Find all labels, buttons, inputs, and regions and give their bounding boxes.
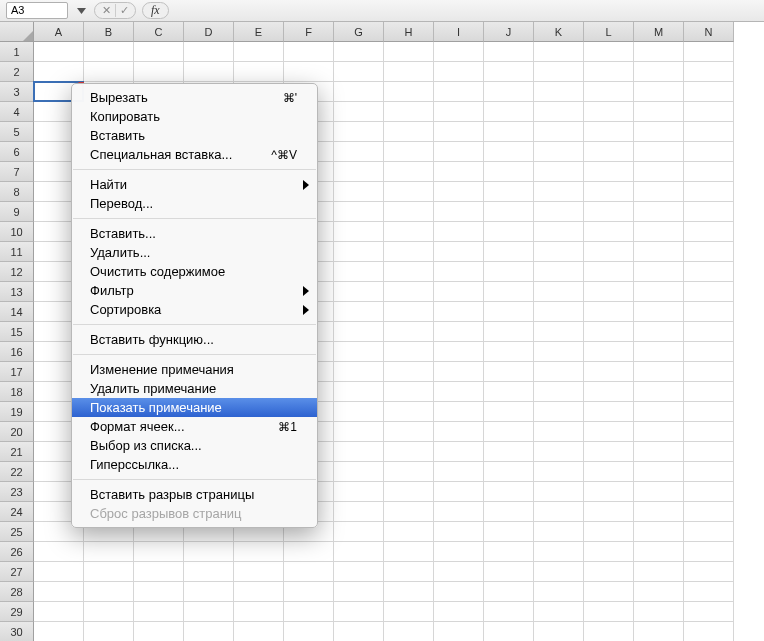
column-header[interactable]: D <box>184 22 234 42</box>
cell[interactable] <box>634 582 684 602</box>
cell[interactable] <box>634 622 684 641</box>
cell[interactable] <box>434 342 484 362</box>
cell[interactable] <box>434 302 484 322</box>
cell[interactable] <box>434 222 484 242</box>
row-header[interactable]: 24 <box>0 502 34 522</box>
cell[interactable] <box>534 562 584 582</box>
row-header[interactable]: 30 <box>0 622 34 641</box>
cell[interactable] <box>684 322 734 342</box>
cell[interactable] <box>384 302 434 322</box>
cell[interactable] <box>634 102 684 122</box>
cell[interactable] <box>384 122 434 142</box>
cell[interactable] <box>684 42 734 62</box>
cell[interactable] <box>684 202 734 222</box>
cell[interactable] <box>334 162 384 182</box>
menu-item[interactable]: Удалить... <box>72 243 317 262</box>
cell[interactable] <box>534 142 584 162</box>
accept-icon[interactable]: ✓ <box>115 4 133 17</box>
cell[interactable] <box>384 222 434 242</box>
column-header[interactable]: K <box>534 22 584 42</box>
cell[interactable] <box>584 282 634 302</box>
row-header[interactable]: 13 <box>0 282 34 302</box>
column-header[interactable]: N <box>684 22 734 42</box>
cell[interactable] <box>484 162 534 182</box>
cell[interactable] <box>334 422 384 442</box>
cell[interactable] <box>684 82 734 102</box>
cell[interactable] <box>334 342 384 362</box>
cell[interactable] <box>534 82 584 102</box>
cell[interactable] <box>334 622 384 641</box>
cell[interactable] <box>434 502 484 522</box>
cell[interactable] <box>384 182 434 202</box>
cell[interactable] <box>434 602 484 622</box>
cell[interactable] <box>534 102 584 122</box>
cell[interactable] <box>534 262 584 282</box>
cell[interactable] <box>534 422 584 442</box>
cell[interactable] <box>334 42 384 62</box>
cell[interactable] <box>184 622 234 641</box>
cell[interactable] <box>684 442 734 462</box>
cell[interactable] <box>534 502 584 522</box>
cell[interactable] <box>84 582 134 602</box>
row-header[interactable]: 23 <box>0 482 34 502</box>
cell[interactable] <box>384 402 434 422</box>
cell[interactable] <box>534 202 584 222</box>
cell[interactable] <box>584 522 634 542</box>
row-header[interactable]: 3 <box>0 82 34 102</box>
cell[interactable] <box>334 82 384 102</box>
cell[interactable] <box>634 542 684 562</box>
cell[interactable] <box>484 242 534 262</box>
cell[interactable] <box>584 382 634 402</box>
cell[interactable] <box>384 602 434 622</box>
cell[interactable] <box>434 42 484 62</box>
cell[interactable] <box>484 622 534 641</box>
cell[interactable] <box>634 222 684 242</box>
cell[interactable] <box>284 562 334 582</box>
cell[interactable] <box>634 502 684 522</box>
cell[interactable] <box>484 362 534 382</box>
cell[interactable] <box>384 542 434 562</box>
cell[interactable] <box>534 382 584 402</box>
cell[interactable] <box>534 402 584 422</box>
cell[interactable] <box>184 582 234 602</box>
column-header[interactable]: F <box>284 22 334 42</box>
cell[interactable] <box>534 442 584 462</box>
cell[interactable] <box>334 482 384 502</box>
cell[interactable] <box>634 162 684 182</box>
cell[interactable] <box>434 582 484 602</box>
cell[interactable] <box>384 382 434 402</box>
cell[interactable] <box>334 382 384 402</box>
cell[interactable] <box>484 202 534 222</box>
cell[interactable] <box>684 242 734 262</box>
cell[interactable] <box>334 242 384 262</box>
cell[interactable] <box>284 582 334 602</box>
cell[interactable] <box>534 282 584 302</box>
cell[interactable] <box>534 42 584 62</box>
cell[interactable] <box>584 202 634 222</box>
cell[interactable] <box>634 302 684 322</box>
cell[interactable] <box>534 162 584 182</box>
cell[interactable] <box>684 462 734 482</box>
cell[interactable] <box>684 302 734 322</box>
cell[interactable] <box>334 502 384 522</box>
cell[interactable] <box>134 582 184 602</box>
cell[interactable] <box>434 122 484 142</box>
cell[interactable] <box>334 282 384 302</box>
cell[interactable] <box>634 142 684 162</box>
cell[interactable] <box>684 542 734 562</box>
row-header[interactable]: 21 <box>0 442 34 462</box>
cell[interactable] <box>384 282 434 302</box>
cell[interactable] <box>484 82 534 102</box>
cell[interactable] <box>634 342 684 362</box>
cell[interactable] <box>634 82 684 102</box>
cell[interactable] <box>134 602 184 622</box>
cell[interactable] <box>534 222 584 242</box>
cell[interactable] <box>584 422 634 442</box>
row-header[interactable]: 25 <box>0 522 34 542</box>
cell[interactable] <box>434 622 484 641</box>
cell[interactable] <box>684 102 734 122</box>
row-header[interactable]: 11 <box>0 242 34 262</box>
column-header[interactable]: L <box>584 22 634 42</box>
cell[interactable] <box>634 182 684 202</box>
cell[interactable] <box>334 522 384 542</box>
